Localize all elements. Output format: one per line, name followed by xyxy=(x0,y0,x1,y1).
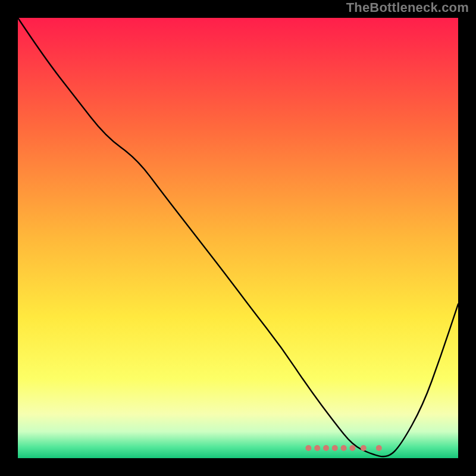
marker-dot xyxy=(349,445,355,451)
marker-dot xyxy=(305,445,311,451)
marker-dot xyxy=(341,445,347,451)
chart-stage: TheBottleneck.com xyxy=(0,0,476,476)
plot-background xyxy=(18,18,458,458)
bottleneck-chart xyxy=(0,0,476,476)
marker-dot xyxy=(376,445,382,451)
marker-dot xyxy=(314,445,320,451)
marker-dot xyxy=(332,445,338,451)
marker-dot xyxy=(323,445,329,451)
marker-dot xyxy=(361,445,367,451)
watermark-text: TheBottleneck.com xyxy=(346,0,469,15)
